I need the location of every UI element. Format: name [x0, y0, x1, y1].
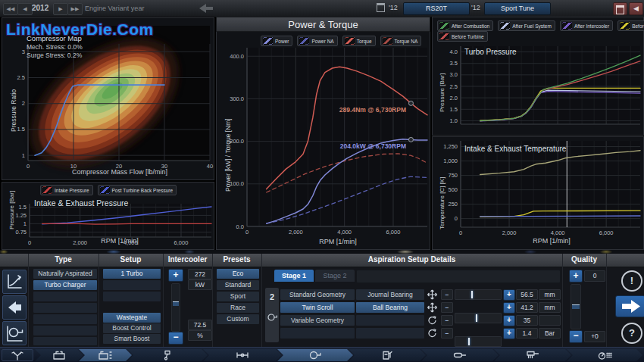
preset-sport[interactable]: Sport	[217, 292, 259, 301]
crankshaft-icon	[235, 350, 250, 360]
param3-slider-thumb[interactable]	[468, 338, 470, 345]
y-tick-label: 3.5	[450, 60, 458, 67]
geometry-option-variable[interactable]: Variable Geometry	[280, 315, 355, 326]
year-next-fast-button[interactable]: ▶▶	[67, 3, 83, 15]
taskbar-engine-variant-tab[interactable]	[79, 349, 132, 361]
type-option-naturally-aspirated[interactable]: Naturally Aspirated	[33, 269, 97, 279]
year-prev-fast-button[interactable]: ◀◀	[3, 3, 18, 15]
y-tick-label: 100.0	[230, 180, 244, 187]
param3-slider[interactable]	[455, 336, 502, 347]
compressor-xlabel: Compressor Mass Flow [lb/min]	[33, 168, 207, 176]
taskbar-aspiration-tab[interactable]	[277, 349, 353, 361]
revert-arrow-button[interactable]: ◀	[629, 2, 643, 15]
taskbar-crank-stroke-tab[interactable]	[203, 349, 282, 361]
quality-decrease-button[interactable]: −	[569, 330, 583, 343]
taskbar-coatings-tab[interactable]	[494, 349, 571, 361]
param4-decrease-button[interactable]: −	[441, 328, 453, 339]
y-tick-label: 300.0	[230, 95, 244, 102]
info-button[interactable]: !	[621, 270, 642, 292]
bearing-option-empty	[356, 315, 424, 326]
y-tick-label: 500	[448, 186, 458, 193]
turbo-ylabel: Pressure [Bar]	[439, 73, 445, 112]
peak-torque-annotation: 289.4Nm @ 6,730RPM	[332, 106, 406, 114]
calendar-icon	[377, 1, 385, 15]
y-tick-label: 1	[23, 220, 27, 227]
param2-slider[interactable]	[455, 313, 502, 323]
taskbar-testing-tab[interactable]	[567, 349, 642, 361]
header-intercooler: Intercooler	[163, 255, 212, 264]
param2-slider-thumb[interactable]	[476, 314, 477, 322]
geometry-option-twin-scroll[interactable]: Twin Scroll	[280, 302, 355, 313]
plot-area	[461, 141, 640, 227]
param1-slider-thumb[interactable]	[471, 291, 473, 298]
year-next-button[interactable]: ▶	[53, 3, 68, 15]
engine-family-button[interactable]: RS20T	[403, 2, 470, 15]
peak-marker	[408, 101, 413, 105]
param3-decrease-button[interactable]: −	[441, 315, 453, 326]
preset-eco[interactable]: Eco	[217, 269, 259, 279]
intercooler-slider[interactable]	[171, 283, 180, 332]
muffler-icon	[452, 350, 467, 360]
param1-slider[interactable]	[455, 289, 502, 300]
next-step-button[interactable]	[615, 295, 644, 317]
taskbar-bottom-end-tab[interactable]	[127, 349, 208, 361]
series-intake-pressure	[42, 223, 211, 224]
preset-custom[interactable]: Custom	[217, 314, 259, 324]
param1-increase-button[interactable]: +	[503, 289, 515, 301]
geometry-option-standard[interactable]: Standard Geometry	[280, 289, 355, 300]
quality-increase-button[interactable]: +	[569, 270, 583, 282]
stage-tab-spacer	[356, 270, 561, 283]
revision-calendar-button[interactable]	[613, 2, 627, 15]
taskbar-intake-tab[interactable]	[2, 349, 33, 361]
turbo-pressure-title: Turbo Pressure	[464, 48, 517, 56]
setup-option-empty	[103, 280, 161, 290]
intercooler-decrease-button[interactable]: −	[168, 332, 183, 345]
compressor-map-tool-button[interactable]	[2, 321, 27, 345]
preset-race[interactable]: Race	[217, 303, 259, 313]
param1-decrease-button[interactable]: −	[441, 289, 453, 300]
preset-standard[interactable]: Standard	[217, 280, 259, 290]
bearing-option-ball[interactable]: Ball Bearing	[356, 302, 424, 313]
param4-increase-button[interactable]: +	[503, 328, 515, 339]
taskbar-engine-family-tab[interactable]	[35, 349, 83, 361]
y-tick-label: 1.5	[17, 126, 25, 133]
header-aspiration-details: Aspiration Setup Details	[261, 255, 562, 264]
boost-option-wastegate[interactable]: Wastegate	[103, 313, 161, 323]
boost-option-boost-control[interactable]: Boost Control	[103, 323, 161, 333]
year-prev-button[interactable]: ◀	[17, 3, 33, 15]
quality-slider-thumb[interactable]	[572, 304, 580, 309]
boost-response-tool-button[interactable]	[2, 270, 27, 294]
taskbar-exhaust-tab[interactable]	[421, 349, 499, 361]
bearing-option-empty	[356, 328, 424, 339]
taskbar-fuel-system-tab[interactable]	[349, 349, 426, 361]
back-tool-button[interactable]	[2, 295, 27, 320]
y-tick-label: 400.0	[230, 53, 244, 60]
type-option-turbo-charger[interactable]: Turbo Charger	[33, 280, 97, 290]
back-arrow-icon[interactable]	[199, 4, 213, 13]
intercooler-increase-button[interactable]: +	[168, 269, 183, 282]
param2-decrease-button[interactable]: −	[441, 302, 453, 313]
bearing-option-journal[interactable]: Journal Bearing	[356, 289, 424, 300]
setup-option-1-turbo[interactable]: 1 Turbo	[103, 269, 161, 279]
quality-slider[interactable]	[571, 284, 581, 329]
param2-increase-button[interactable]: +	[503, 302, 515, 314]
help-button[interactable]: ?	[621, 323, 642, 344]
y-tick-label: 0.0	[236, 223, 244, 230]
boost-option-smart-boost[interactable]: Smart Boost	[103, 334, 161, 344]
quality-delta: +0	[584, 331, 605, 342]
tab-stage-1[interactable]: Stage 1	[274, 270, 314, 282]
intercooler-unit: kW	[188, 279, 212, 290]
param2-unit: mm	[539, 302, 561, 313]
power-ylabel: Power [kW] / Torque [Nm]	[224, 118, 232, 192]
intercooler-slider-thumb[interactable]	[173, 301, 179, 306]
y-tick-label: 1,000	[443, 158, 458, 164]
pressure-title: Intake & Exhaust Pressure	[34, 198, 128, 208]
header-setup: Setup	[98, 255, 163, 264]
tab-stage-2[interactable]: Stage 2	[315, 270, 355, 282]
plot-area	[461, 46, 640, 124]
y-tick-label: 0	[455, 215, 458, 222]
intake-manifold-icon	[10, 350, 25, 360]
engine-variant-button[interactable]: Sport Tune	[484, 2, 551, 15]
quality-value: 0	[584, 270, 605, 282]
param3-increase-button[interactable]: +	[503, 315, 515, 326]
